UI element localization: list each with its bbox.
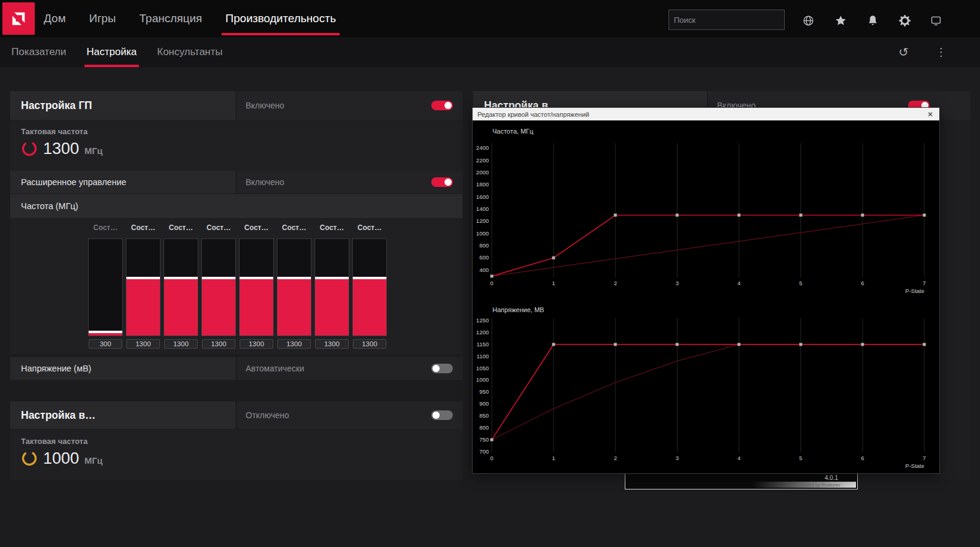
curve-point-marker[interactable] [552, 343, 555, 346]
globe-icon[interactable] [801, 14, 815, 27]
state-header: Сост… [244, 223, 268, 234]
state-value-box[interactable]: 300 [89, 339, 122, 349]
amd-logo[interactable] [2, 2, 35, 35]
gpu-tuning-title-segment: Настройка ГП [10, 91, 235, 120]
reset-icon[interactable]: ↺ [899, 37, 909, 67]
state-slider-fill [126, 279, 160, 336]
curve-point-marker[interactable] [614, 214, 617, 217]
svg-text:800: 800 [479, 242, 489, 249]
toggle-knob [444, 102, 452, 109]
curve-point-marker[interactable] [861, 343, 864, 346]
curve-point-marker[interactable] [676, 214, 679, 217]
gpu-clock-gauge-icon [21, 140, 38, 157]
state-value-box[interactable]: 1300 [164, 339, 198, 349]
curve-point-marker[interactable] [923, 343, 926, 346]
state-column: Сост…1300 [164, 223, 198, 349]
state-column: Сост…1300 [126, 223, 161, 349]
more-options-icon[interactable]: ⋮ [936, 37, 946, 67]
state-slider[interactable] [314, 238, 349, 336]
state-slider[interactable] [126, 238, 161, 336]
vram-tuning-toggle[interactable] [431, 410, 453, 420]
state-column: Сост…1300 [352, 223, 387, 349]
svg-text:1050: 1050 [476, 365, 489, 371]
svg-text:1100: 1100 [477, 353, 489, 359]
voltage-curve-chart[interactable]: 0123456770075080085090095010001050110011… [475, 313, 931, 470]
tab-advisors[interactable]: Консультанты [156, 37, 223, 67]
curve-point-marker[interactable] [614, 343, 617, 346]
tab-tuning[interactable]: Настройка [86, 37, 138, 67]
advanced-control-toggle[interactable] [431, 177, 453, 187]
state-slider[interactable] [88, 238, 123, 336]
toggle-knob [444, 179, 452, 186]
state-slider[interactable] [352, 238, 387, 336]
curve-editor-window: Редактор кривой частот/напряжений ✕ Част… [473, 108, 939, 473]
voltage-status-segment: Автоматически [237, 357, 462, 380]
state-value-box[interactable]: 1300 [202, 339, 235, 349]
state-slider[interactable] [277, 238, 311, 336]
state-value-box[interactable]: 1300 [126, 339, 160, 349]
curve-point-marker[interactable] [799, 343, 802, 346]
svg-text:400: 400 [479, 267, 489, 273]
curve-point-marker[interactable] [737, 214, 740, 217]
svg-text:0: 0 [490, 280, 493, 286]
state-slider[interactable] [239, 238, 274, 336]
svg-text:1250: 1250 [476, 317, 489, 324]
curve-point-marker[interactable] [491, 438, 494, 441]
nav-item-streaming[interactable]: Трансляция [138, 0, 204, 37]
curve-point-marker[interactable] [923, 214, 926, 217]
nav-item-performance[interactable]: Производительность [223, 0, 337, 37]
state-slider-handle[interactable] [315, 277, 349, 279]
vram-tuning-title: Настройка в… [21, 409, 95, 422]
state-value-box[interactable]: 1300 [315, 339, 349, 349]
curve-point-marker[interactable] [491, 274, 494, 277]
state-value-box[interactable]: 1300 [277, 339, 311, 349]
curve-editor-titlebar[interactable]: Редактор кривой частот/напряжений ✕ [473, 108, 939, 120]
curve-point-marker[interactable] [552, 256, 555, 259]
state-slider[interactable] [201, 238, 236, 336]
state-slider-handle[interactable] [277, 277, 311, 279]
svg-text:3: 3 [676, 455, 679, 461]
state-slider-handle[interactable] [89, 331, 122, 333]
voltage-toggle[interactable] [431, 364, 453, 373]
afterburner-version: 4.0.1 [825, 475, 838, 481]
curve-point-marker[interactable] [737, 343, 740, 346]
vram-clock-block: Тактовая частота 1000 МГц [10, 430, 462, 480]
curve-point-marker[interactable] [676, 343, 679, 346]
state-slider-handle[interactable] [353, 277, 386, 279]
state-slider-handle[interactable] [240, 277, 273, 279]
svg-text:P-State: P-State [905, 463, 924, 469]
voltage-label: Напряжение (мВ) [21, 364, 91, 373]
nav-item-games[interactable]: Игры [87, 0, 118, 37]
frequency-section-label: Частота (МГц) [21, 201, 78, 211]
gpu-tuning-toggle[interactable] [431, 101, 453, 110]
gpu-tuning-status-segment: Включено [237, 91, 462, 120]
voltage-row: Напряжение (мВ) Автоматически [10, 357, 462, 380]
curve-point-marker[interactable] [861, 214, 864, 217]
advanced-control-row: Расширенное управление Включено [10, 171, 462, 194]
state-value-box[interactable]: 1300 [240, 339, 273, 349]
state-slider-handle[interactable] [164, 277, 198, 279]
curve-point-marker[interactable] [799, 214, 802, 217]
vram-tuning-status-segment: Отключено [237, 401, 462, 429]
state-slider-handle[interactable] [126, 277, 160, 279]
gear-icon[interactable] [898, 14, 911, 27]
state-column: Сост…1300 [201, 223, 236, 349]
star-icon[interactable] [834, 14, 847, 27]
vram-clock-gauge-icon [21, 450, 38, 467]
afterburner-window-fragment: 4.0.1 Powered by Rivatuner [625, 472, 858, 489]
svg-text:1400: 1400 [476, 205, 489, 212]
state-slider-handle[interactable] [202, 277, 235, 279]
state-value-box[interactable]: 1300 [353, 339, 386, 349]
svg-text:2200: 2200 [476, 157, 489, 164]
svg-text:4: 4 [737, 455, 740, 461]
state-slider[interactable] [164, 238, 198, 336]
nav-item-home[interactable]: Дом [42, 0, 68, 37]
tab-metrics[interactable]: Показатели [10, 37, 68, 67]
frequency-curve-chart[interactable]: 0123456740060080010001200140016001800200… [475, 138, 931, 295]
close-icon[interactable]: ✕ [921, 108, 939, 120]
state-column: Сост…1300 [277, 223, 311, 349]
search-input[interactable] [669, 10, 784, 29]
curve-editor-title: Редактор кривой частот/напряжений [477, 111, 589, 118]
bell-icon[interactable] [866, 14, 879, 27]
display-icon[interactable] [929, 14, 942, 27]
